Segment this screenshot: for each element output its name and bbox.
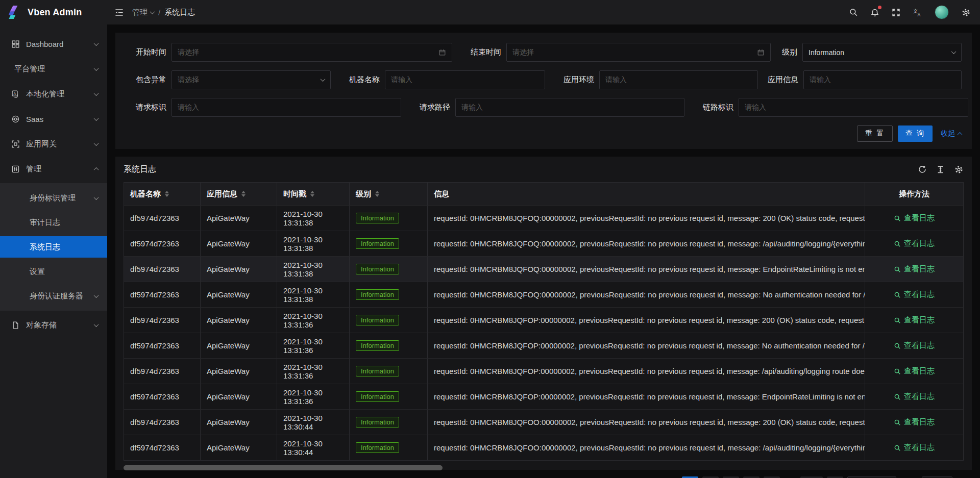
column-header-label: 机器名称: [130, 189, 161, 199]
view-log-link[interactable]: 查看日志: [894, 315, 935, 325]
chevron-down-icon: [952, 51, 955, 54]
magnifier-icon: [894, 368, 901, 375]
gateway-icon: [11, 140, 20, 148]
column-settings-icon[interactable]: [954, 165, 964, 174]
action-cell: 查看日志: [865, 308, 963, 333]
action-cell: 查看日志: [865, 333, 963, 358]
filter-field: 请求标识请输入: [126, 98, 401, 117]
message-text: requestId: 0HMCRBM8JQFOP:00000002, previ…: [434, 341, 865, 350]
chevron-down-icon: [94, 91, 99, 96]
table-row: df5974d72363ApiGateWay2021-10-30 13:31:3…: [124, 205, 963, 231]
input-placeholder: 请选择: [178, 76, 317, 85]
sidebar-menu: Dashboard平台管理A本地化管理Saas应用网关管理身份标识管理审计日志系…: [0, 24, 107, 339]
breadcrumb-separator: /: [158, 8, 160, 17]
action-cell: 查看日志: [865, 257, 963, 282]
select-input[interactable]: 请选择: [172, 70, 331, 89]
management-icon: [11, 165, 20, 173]
breadcrumb-current: 系统日志: [164, 8, 195, 17]
breadcrumb-parent[interactable]: 管理: [132, 8, 154, 17]
column-header-应用信息[interactable]: 应用信息: [201, 183, 277, 205]
text-input[interactable]: 请输入: [739, 98, 968, 117]
submenu-item-label: 审计日志: [30, 218, 98, 228]
app-cell: ApiGateWay: [201, 282, 277, 307]
text-input[interactable]: 请输入: [803, 70, 962, 89]
table-title: 系统日志: [124, 164, 156, 175]
date-input[interactable]: 请选择: [506, 43, 771, 62]
machine-cell: df5974d72363: [124, 282, 201, 307]
refresh-icon[interactable]: [918, 165, 927, 174]
view-log-link[interactable]: 查看日志: [894, 213, 935, 223]
settings-gear-icon[interactable]: [961, 8, 971, 17]
level-cell: Information: [350, 282, 428, 307]
scrollbar-thumb[interactable]: [124, 465, 443, 470]
view-log-link[interactable]: 查看日志: [894, 341, 935, 350]
sidebar-item-6[interactable]: 管理: [0, 158, 107, 180]
machine-cell: df5974d72363: [124, 384, 201, 409]
search-icon[interactable]: [849, 8, 858, 17]
machine-cell: df5974d72363: [124, 231, 201, 256]
search-button[interactable]: 查 询: [898, 125, 933, 142]
avatar[interactable]: [935, 5, 949, 19]
sidebar-item-7[interactable]: 对象存储: [0, 314, 107, 336]
view-log-link[interactable]: 查看日志: [894, 417, 935, 427]
machine-cell: df5974d72363: [124, 308, 201, 333]
input-placeholder: 请输入: [178, 103, 395, 112]
sidebar-item-2[interactable]: 平台管理: [0, 58, 107, 80]
row-height-icon[interactable]: [936, 165, 945, 174]
view-log-link[interactable]: 查看日志: [894, 366, 935, 376]
chevron-up-icon: [94, 167, 99, 172]
date-input[interactable]: 请选择: [172, 43, 452, 62]
filter-row-3: 请求标识请输入请求路径请输入链路标识请输入: [126, 98, 962, 117]
timestamp-cell: 2021-10-30 13:30:44: [277, 435, 350, 460]
collapse-link[interactable]: 收起: [941, 129, 962, 138]
view-log-link[interactable]: 查看日志: [894, 290, 935, 299]
filter-label: 机器名称: [331, 75, 385, 85]
magnifier-icon: [894, 444, 901, 451]
column-header-机器名称[interactable]: 机器名称: [124, 183, 201, 205]
saas-icon: [11, 115, 20, 123]
column-header-label: 操作方法: [899, 189, 929, 199]
filter-field: 结束时间请选择: [452, 43, 771, 62]
column-header-时间戳[interactable]: 时间戳: [277, 183, 350, 205]
submenu-item-1[interactable]: 身份标识管理: [0, 187, 107, 209]
view-log-link[interactable]: 查看日志: [894, 443, 935, 452]
translate-icon[interactable]: 文A: [913, 8, 922, 17]
submenu-item-5[interactable]: 身份认证服务器: [0, 285, 107, 307]
sidebar-item-3[interactable]: A本地化管理: [0, 83, 107, 105]
vben-logo-icon: [7, 5, 22, 20]
logo[interactable]: Vben Admin: [0, 0, 107, 24]
view-log-link[interactable]: 查看日志: [894, 239, 935, 248]
sidebar-item-4[interactable]: Saas: [0, 108, 107, 130]
submenu-item-2[interactable]: 审计日志: [0, 212, 107, 233]
view-log-label: 查看日志: [904, 315, 935, 325]
sort-carets-icon: [310, 191, 314, 197]
text-input[interactable]: 请输入: [599, 70, 758, 89]
filter-label: 结束时间: [452, 47, 506, 57]
sidebar-item-1[interactable]: Dashboard: [0, 33, 107, 55]
menu-fold-icon[interactable]: [114, 8, 124, 17]
view-log-link[interactable]: 查看日志: [894, 392, 935, 401]
sidebar-item-5[interactable]: 应用网关: [0, 133, 107, 155]
text-input[interactable]: 请输入: [385, 70, 545, 89]
column-header-级别[interactable]: 级别: [350, 183, 428, 205]
message-text: requestId: 0HMCRBM8JQFOP:00000002, previ…: [434, 392, 865, 401]
submenu-item-3[interactable]: 系统日志: [0, 236, 107, 258]
message-cell: requestId: 0HMCRBM8JQFOP:00000002, previ…: [428, 359, 865, 384]
level-cell: Information: [350, 384, 428, 409]
fullscreen-icon[interactable]: [892, 8, 900, 17]
level-badge: Information: [356, 315, 399, 325]
text-input[interactable]: 请输入: [172, 98, 401, 117]
reset-button[interactable]: 重 置: [857, 125, 893, 142]
action-cell: 查看日志: [865, 231, 963, 256]
select-input[interactable]: Information: [802, 43, 962, 62]
submenu-item-4[interactable]: 设置: [0, 261, 107, 282]
app-cell: ApiGateWay: [201, 206, 277, 231]
text-input[interactable]: 请输入: [455, 98, 684, 117]
column-header-label: 时间戳: [283, 189, 306, 199]
table-header-row: 机器名称应用信息时间戳级别信息操作方法: [124, 183, 963, 205]
content: 开始时间请选择结束时间请选择级别Information包含异常请选择机器名称请输…: [107, 24, 980, 478]
input-placeholder: 请输入: [461, 103, 678, 112]
level-cell: Information: [350, 435, 428, 460]
view-log-link[interactable]: 查看日志: [894, 264, 935, 274]
bell-icon[interactable]: [870, 8, 879, 17]
